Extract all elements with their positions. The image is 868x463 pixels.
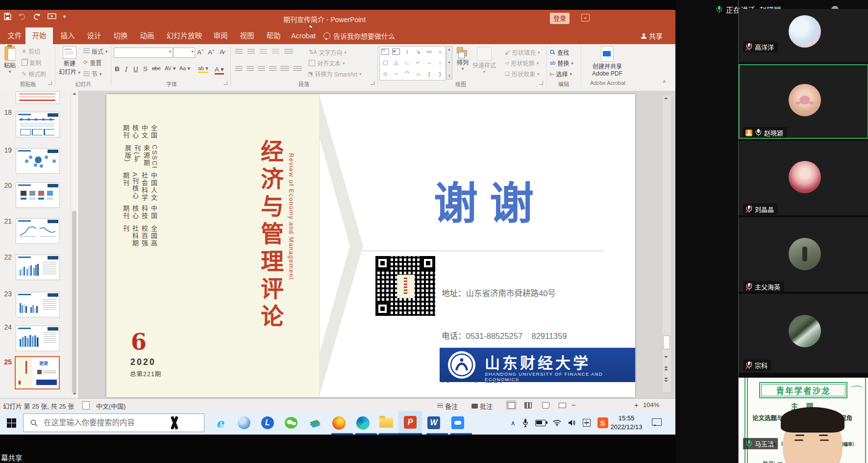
next-slide-button[interactable] — [664, 378, 668, 382]
text-direction-button[interactable]: ⇅A文字方向▾ — [309, 48, 347, 56]
curve-shape-icon[interactable]: ∩ — [416, 71, 420, 77]
participant-tile[interactable]: 主父海英 — [739, 217, 868, 292]
change-case-button[interactable]: Aa ▾ — [179, 65, 190, 72]
tray-mic-icon[interactable] — [522, 418, 528, 427]
taskbar-doc-app-icon[interactable] — [308, 415, 322, 430]
increase-indent-icon[interactable] — [272, 49, 279, 54]
rect-shape-icon[interactable]: ▭ — [426, 49, 431, 55]
battery-icon[interactable] — [535, 420, 546, 426]
tab-acrobat[interactable]: Acrobat — [288, 27, 319, 44]
highlight-color-button[interactable]: ab ▾ — [198, 65, 208, 73]
line-shape-icon[interactable]: \ — [406, 49, 408, 55]
thumbnail-slide-17[interactable] — [16, 91, 60, 104]
reset-button[interactable]: ⟳重置 — [83, 58, 101, 67]
taskbar-powerpoint-icon[interactable]: P — [398, 411, 422, 434]
tab-design[interactable]: 设计 — [82, 27, 106, 44]
columns-icon[interactable] — [293, 66, 302, 72]
start-slideshow-icon[interactable] — [48, 13, 56, 20]
placeholder2-shape-icon[interactable]: ▦ — [392, 49, 400, 55]
oval-shape-icon[interactable]: ○ — [439, 49, 442, 55]
tab-view[interactable]: 视图 — [235, 27, 259, 44]
hidden-icons-chevron[interactable]: ∧ — [511, 419, 516, 427]
scribble-shape-icon[interactable]: ~ — [395, 71, 397, 77]
layout-button[interactable]: 版式▾ — [83, 47, 108, 55]
create-pdf-button[interactable]: 创建并共享 Adobe PDF — [586, 46, 628, 77]
zoom-out-button[interactable]: − — [571, 401, 576, 409]
select-button[interactable]: ▻选择▾ — [550, 70, 572, 78]
tab-file[interactable]: 文件 — [4, 27, 25, 44]
wifi-icon[interactable] — [553, 420, 561, 426]
taskbar-clock[interactable]: 15:55 2022/12/13 — [607, 414, 646, 432]
share-button[interactable]: 共享 — [641, 27, 663, 44]
shrink-font-button[interactable]: A˅ — [208, 48, 215, 56]
ribbon-display-options-icon[interactable] — [581, 14, 590, 22]
input-indicator-icon[interactable] — [583, 419, 591, 427]
taskbar-ie-icon[interactable]: e — [213, 415, 227, 430]
editor-scrollbar[interactable] — [662, 95, 671, 393]
proofing-icon[interactable] — [82, 401, 90, 410]
scroll-down-icon[interactable] — [73, 393, 76, 395]
qat-customize-icon[interactable]: ▾ — [63, 14, 66, 19]
participant-tile[interactable]: 高洋洋 — [739, 9, 868, 62]
quick-styles-button[interactable]: 快速样式▾ — [472, 47, 496, 74]
find-button[interactable]: 查找 — [550, 48, 569, 56]
scroll-down-icon[interactable] — [664, 356, 668, 358]
start-button[interactable] — [7, 418, 16, 428]
language-status[interactable]: 中文(中国) — [96, 401, 126, 411]
align-text-button[interactable]: 对齐文本▾ — [309, 59, 345, 67]
thumbnail-slide-23[interactable] — [16, 292, 60, 317]
taskbar-edge-icon[interactable] — [355, 415, 370, 430]
clear-formatting-button[interactable]: A̷ — [220, 48, 224, 55]
taskbar-word-icon[interactable]: W — [426, 415, 441, 430]
round-rect-shape-icon[interactable]: ▢ — [383, 59, 388, 66]
scroll-up-icon[interactable] — [664, 97, 668, 99]
font-name-combobox[interactable] — [114, 48, 173, 58]
taskbar-search[interactable] — [23, 413, 204, 432]
slide-sorter-view-button[interactable] — [522, 400, 533, 410]
search-input[interactable] — [43, 418, 148, 428]
format-painter-button[interactable]: ✎格式刷 — [22, 70, 46, 78]
clipboard-dialog-launcher-icon[interactable] — [48, 81, 52, 85]
tab-insert[interactable]: 插入 — [56, 27, 79, 44]
tab-review[interactable]: 审阅 — [209, 27, 232, 44]
strikethrough-button[interactable]: abc — [152, 65, 161, 71]
bullets-icon[interactable] — [235, 49, 243, 54]
freeform-shape-icon[interactable]: ◇ — [383, 71, 387, 77]
tab-transitions[interactable]: 切换 — [109, 27, 132, 44]
taskbar-wechat-icon[interactable] — [284, 415, 298, 430]
replace-button[interactable]: ab替换▾ — [550, 59, 573, 67]
thumbnail-slide-18[interactable] — [16, 112, 60, 137]
elbow-shape-icon[interactable]: ∟ — [404, 59, 410, 65]
shapes-gallery-scroll[interactable]: ▲▼⊽ — [446, 46, 452, 79]
cut-button[interactable]: ✕剪切 — [22, 47, 40, 55]
smartart-button[interactable]: ⬔转换为 SmartArt▾ — [308, 70, 362, 78]
collapse-ribbon-icon[interactable]: ˄ — [663, 78, 666, 84]
triangle-shape-icon[interactable]: △ — [394, 59, 398, 66]
tab-animations[interactable]: 动画 — [135, 27, 159, 44]
slideshow-view-button[interactable] — [557, 400, 568, 410]
volume-icon[interactable] — [568, 419, 576, 426]
tab-help[interactable]: 帮助 — [262, 27, 285, 44]
numbering-icon[interactable] — [248, 49, 255, 54]
comments-button[interactable]: 批注 — [471, 401, 493, 411]
taskbar-shield-app-icon[interactable]: L — [260, 415, 275, 430]
shape-effects-button[interactable]: ❏形状效果▾ — [505, 70, 539, 78]
previous-slide-button[interactable] — [664, 366, 668, 370]
participant-tile-video[interactable]: 青年学者沙龙 主 题 论文选题与规范 编辑视角 主讲人：马 时 间：20 地 点… — [739, 378, 868, 463]
login-button[interactable]: 登录 — [550, 13, 570, 24]
right-arrow-shape-icon[interactable]: → — [426, 59, 432, 65]
participant-tile[interactable]: 刘晶晶 — [739, 141, 868, 215]
tab-home[interactable]: 开始 — [25, 27, 53, 44]
thumbnail-slide-19[interactable] — [16, 148, 60, 174]
down-arrow-shape-icon[interactable]: ↓ — [439, 59, 442, 65]
font-size-combobox[interactable] — [174, 48, 195, 58]
section-button[interactable]: 节▾ — [83, 70, 102, 78]
shape-outline-button[interactable]: ▱形状轮廓▾ — [505, 59, 539, 67]
bold-button[interactable]: B — [115, 65, 120, 73]
redo-icon[interactable] — [33, 13, 41, 20]
slide-counter[interactable]: 幻灯片 第 25 张, 共 25 张 — [3, 401, 74, 411]
right-brace-shape-icon[interactable]: } — [439, 71, 441, 77]
font-color-button[interactable]: A ▾ — [215, 65, 224, 75]
taskbar-firefox-icon[interactable] — [331, 415, 346, 430]
align-right-icon[interactable] — [258, 66, 265, 72]
